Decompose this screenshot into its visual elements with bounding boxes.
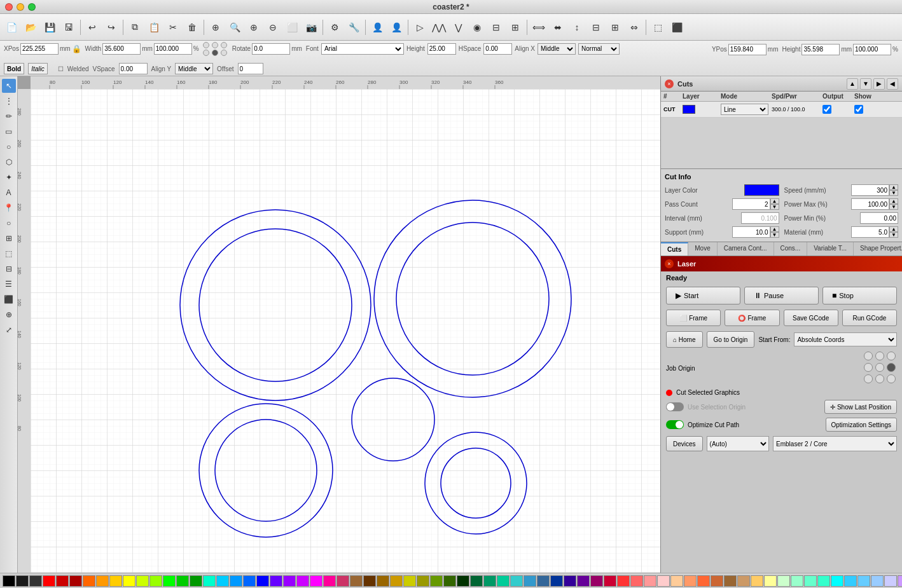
palette-color-43[interactable] [577,575,590,587]
palette-color-45[interactable] [604,575,616,587]
delete-button[interactable]: 🗑 [183,18,201,36]
power-max-down[interactable]: ▼ [889,204,898,210]
tool-10[interactable]: ○ [2,216,16,230]
palette-color-16[interactable] [216,575,229,587]
align5-button[interactable]: ⊞ [606,18,624,36]
origin-tr[interactable] [887,352,896,360]
palette-color-5[interactable] [69,575,82,587]
tool-15[interactable]: ⬛ [2,292,16,306]
laser3-button[interactable]: ⋁ [449,18,467,36]
pass-count-input[interactable] [732,198,770,210]
palette-color-29[interactable] [390,575,403,587]
cuts-scroll-down[interactable]: ▼ [860,78,871,90]
tab-camera-cont[interactable]: Camera Cont... [718,242,774,256]
palette-color-26[interactable] [350,575,363,587]
origin-bl[interactable] [864,374,873,383]
align-y-select[interactable]: Middle [175,63,213,74]
palette-color-56[interactable] [751,575,763,587]
tool-16[interactable]: ⊕ [2,308,16,322]
palette-color-35[interactable] [470,575,483,587]
palette-color-11[interactable] [149,575,162,587]
tab-cons[interactable]: Cons... [774,242,808,256]
maximize-button[interactable] [28,3,36,11]
redo-button[interactable]: ↪ [102,18,120,36]
palette-color-14[interactable] [190,575,202,587]
palette-color-18[interactable] [243,575,256,587]
palette-color-7[interactable] [96,575,109,587]
open-button[interactable]: 📂 [22,18,39,36]
origin-mc[interactable] [875,363,884,372]
palette-color-17[interactable] [230,575,242,587]
palette-color-58[interactable] [777,575,790,587]
palette-color-48[interactable] [644,575,656,587]
save-button[interactable]: 💾 [41,18,59,36]
draw-tool[interactable]: ✏ [2,109,16,123]
tab-shape-prop[interactable]: Shape Propert... [854,242,902,256]
material-down[interactable]: ▼ [889,232,898,238]
palette-color-13[interactable] [176,575,189,587]
tool-17[interactable]: ⤢ [2,323,16,337]
hspace-input[interactable] [483,43,512,55]
palette-color-2[interactable] [29,575,42,587]
align1-button[interactable]: ⟺ [530,18,548,36]
paste-button[interactable]: 📋 [145,18,163,36]
origin-tc[interactable] [875,352,884,360]
palette-color-63[interactable] [844,575,857,587]
speed-input[interactable] [851,184,889,196]
palette-color-67[interactable] [898,575,902,587]
palette-color-62[interactable] [831,575,843,587]
lock-icon[interactable]: 🔒 [72,44,81,53]
palette-color-53[interactable] [711,575,723,587]
home-button[interactable]: ⌂ Home [666,331,703,348]
pause-button[interactable]: ⏸ Pause [744,287,819,304]
devices-button[interactable]: Devices [666,436,703,451]
align3-button[interactable]: ↕ [568,18,586,36]
settings-button[interactable]: ⚙ [326,18,343,36]
drawing-canvas[interactable] [31,89,660,573]
width-pct-input[interactable] [154,43,192,55]
new-button[interactable]: 📄 [3,18,20,36]
palette-color-4[interactable] [56,575,69,587]
palette-color-49[interactable] [657,575,670,587]
material-input[interactable] [851,226,889,238]
palette-color-24[interactable] [323,575,336,587]
cuts-scroll-left[interactable]: ◀ [887,78,898,90]
palette-color-3[interactable] [43,575,55,587]
align4-button[interactable]: ⊟ [587,18,605,36]
align2-button[interactable]: ⬌ [549,18,567,36]
pass-count-down[interactable]: ▼ [770,204,779,210]
canvas-content[interactable] [31,89,660,573]
user-lib-button[interactable]: 👤 [368,18,386,36]
canvas-area[interactable]: 8010012014016018020022024026028030032034… [18,76,660,573]
show-last-position-button[interactable]: ✛ Show Last Position [824,400,897,414]
xpos-input[interactable] [20,43,59,55]
extra2-button[interactable]: ⬛ [668,18,686,36]
width-input[interactable] [102,43,141,55]
palette-color-27[interactable] [363,575,376,587]
layer-color[interactable] [683,105,695,114]
power-max-up[interactable]: ▲ [889,198,898,204]
palette-color-64[interactable] [857,575,870,587]
power-min-input[interactable] [860,212,898,224]
laser1-button[interactable]: ▷ [411,18,429,36]
palette-color-15[interactable] [203,575,216,587]
move-button[interactable]: ⊕ [207,18,225,36]
palette-color-51[interactable] [684,575,697,587]
palette-color-12[interactable] [163,575,176,587]
palette-color-25[interactable] [337,575,349,587]
laser2-button[interactable]: ⋀⋀ [430,18,448,36]
save-gcode-button[interactable]: Save GCode [784,310,838,326]
support-up[interactable]: ▲ [770,226,779,232]
tab-variable-t[interactable]: Variable T... [807,242,854,256]
select-tool[interactable]: ↖ [2,79,16,93]
devices-auto-select[interactable]: (Auto) [707,436,769,451]
power-max-input[interactable] [851,198,889,210]
circle-tool[interactable]: ○ [2,140,16,154]
dot-6[interactable] [221,50,227,56]
save-as-button[interactable]: 🖫 [60,18,78,36]
minimize-button[interactable] [17,3,24,11]
stop-button[interactable]: ■ Stop [822,287,897,304]
output-checkbox[interactable] [822,105,831,114]
optimize-cut-toggle[interactable] [666,420,684,429]
speed-down[interactable]: ▼ [889,190,898,196]
